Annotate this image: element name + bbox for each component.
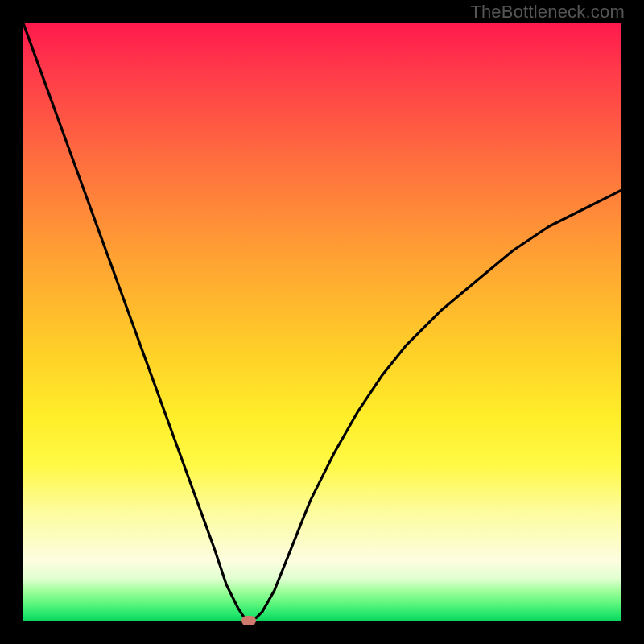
watermark-text: TheBottleneck.com (470, 2, 625, 23)
plot-area (23, 23, 621, 621)
chart-frame: TheBottleneck.com (0, 0, 644, 644)
bottleneck-curve (23, 23, 621, 621)
optimal-point-marker (242, 616, 256, 625)
